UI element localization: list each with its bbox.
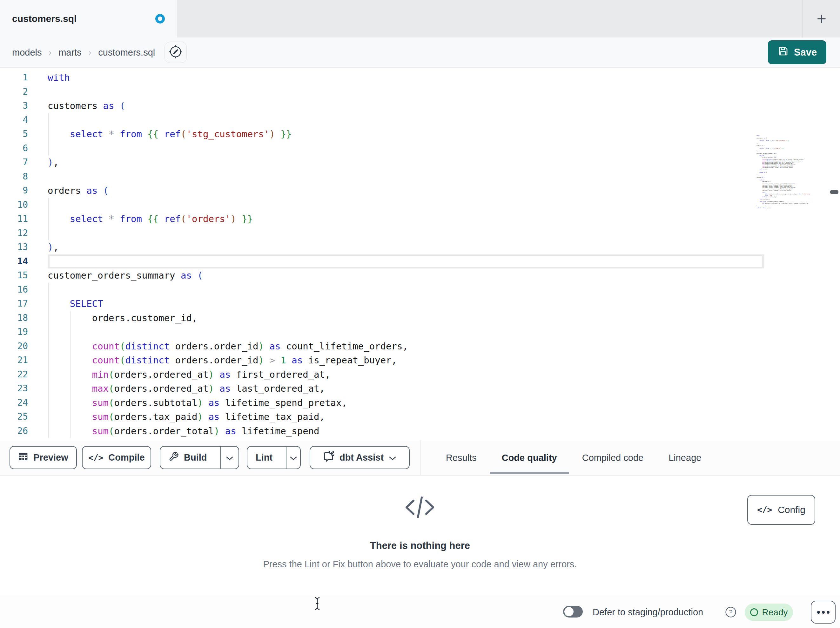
wrench-icon — [169, 451, 179, 464]
line-number: 22 — [0, 367, 47, 382]
ready-circle-icon — [750, 608, 758, 616]
editor-minimap[interactable]: with customers as ( select * from {{ ref… — [756, 135, 823, 211]
save-icon — [777, 46, 789, 59]
breadcrumb-separator: › — [49, 47, 52, 57]
line-content: count(distinct orders.order_id) as count… — [47, 339, 408, 354]
preview-label: Preview — [33, 452, 68, 463]
save-button[interactable]: Save — [768, 40, 826, 64]
lint-label: Lint — [256, 452, 273, 463]
breadcrumb-item[interactable]: customers.sql — [98, 47, 155, 58]
chevron-down-icon — [389, 452, 396, 463]
code-line[interactable]: 23 max(orders.ordered_at) as last_ordere… — [0, 381, 840, 396]
dbt-assist-button[interactable]: dbt Assist — [309, 446, 410, 469]
line-content: ), — [47, 155, 59, 169]
code-line[interactable]: 25 sum(orders.tax_paid) as lifetime_tax_… — [0, 410, 840, 424]
line-number: 24 — [0, 396, 47, 410]
code-line[interactable]: 1with — [0, 71, 840, 85]
build-label: Build — [184, 452, 207, 463]
tab-results[interactable]: Results — [446, 440, 477, 475]
empty-state-subtitle: Press the Lint or Fix button above to ev… — [0, 559, 840, 569]
help-icon[interactable]: ? — [725, 606, 736, 619]
table-icon — [18, 451, 28, 464]
line-number: 8 — [0, 169, 47, 184]
line-number: 25 — [0, 410, 47, 424]
code-line[interactable]: 18 orders.customer_id, — [0, 311, 840, 325]
code-line[interactable]: 19 — [0, 325, 840, 339]
code-line[interactable]: 11 select * from {{ ref('orders') }} — [0, 212, 840, 226]
line-content: count(distinct orders.order_id) > 1 as i… — [47, 353, 397, 367]
code-slash-icon — [404, 495, 436, 520]
code-line[interactable]: 12 — [0, 226, 840, 240]
line-content: max(orders.ordered_at) as last_ordered_a… — [47, 381, 325, 396]
line-content: select * from {{ ref('orders') }} — [47, 212, 253, 226]
breadcrumb-item[interactable]: marts — [58, 47, 82, 58]
code-line[interactable]: 6 — [0, 141, 840, 156]
code-line[interactable]: 22 min(orders.ordered_at) as first_order… — [0, 367, 840, 382]
code-line[interactable]: 7), — [0, 155, 840, 169]
code-line[interactable]: 8 — [0, 169, 840, 184]
line-number: 12 — [0, 226, 47, 240]
line-number: 19 — [0, 325, 47, 339]
breadcrumb-item[interactable]: models — [12, 47, 42, 58]
toolbar-divider — [420, 440, 421, 475]
code-line[interactable]: 16 — [0, 283, 840, 297]
code-slash-icon: </> — [757, 505, 772, 515]
line-number: 1 — [0, 71, 47, 85]
status-badge[interactable]: Ready — [745, 604, 793, 621]
code-line[interactable]: 15customer_orders_summary as ( — [0, 269, 840, 283]
tab-lineage[interactable]: Lineage — [668, 440, 701, 475]
compile-button[interactable]: </> Compile — [82, 446, 151, 469]
line-number: 9 — [0, 183, 47, 198]
code-line[interactable]: 17 SELECT — [0, 297, 840, 311]
code-editor[interactable]: 1with23customers as (45 select * from {{… — [0, 68, 840, 440]
editor-tab-bar: customers.sql + — [0, 0, 840, 38]
line-number: 21 — [0, 353, 47, 367]
line-number: 16 — [0, 283, 47, 297]
line-number: 17 — [0, 297, 47, 311]
code-line[interactable]: 9orders as ( — [0, 183, 840, 198]
code-line[interactable]: 5 select * from {{ ref('stg_customers') … — [0, 127, 840, 141]
code-line-active[interactable]: 14 — [0, 255, 840, 269]
preview-button[interactable]: Preview — [9, 446, 77, 469]
ellipsis-icon — [817, 611, 820, 614]
assist-chat-sparkle-icon — [323, 451, 335, 464]
code-line[interactable]: 2 — [0, 85, 840, 99]
tab-divider — [802, 0, 802, 38]
code-line[interactable]: 26 sum(orders.order_total) as lifetime_s… — [0, 424, 840, 438]
line-content: sum(orders.subtotal) as lifetime_spend_p… — [47, 396, 347, 410]
lint-button[interactable]: Lint — [247, 447, 281, 468]
breadcrumb-separator: › — [88, 47, 92, 57]
more-options-button[interactable] — [811, 601, 835, 623]
build-button[interactable]: Build — [160, 447, 215, 468]
file-tab[interactable]: customers.sql — [0, 0, 177, 38]
config-button[interactable]: </> Config — [747, 495, 815, 525]
breadcrumb-row: models›marts›customers.sql — [0, 38, 840, 68]
code-line[interactable]: 3customers as ( — [0, 99, 840, 113]
open-in-explorer-button[interactable] — [164, 42, 187, 63]
scrollbar-thumb[interactable] — [830, 190, 838, 194]
code-line[interactable]: 20 count(distinct orders.order_id) as co… — [0, 339, 840, 354]
code-line[interactable]: 10 — [0, 198, 840, 212]
file-tab-title: customers.sql — [12, 13, 77, 24]
line-number: 7 — [0, 155, 47, 169]
code-line[interactable]: 21 count(distinct orders.order_id) > 1 a… — [0, 353, 840, 367]
assist-label: dbt Assist — [339, 452, 384, 463]
tab-compiled-code[interactable]: Compiled code — [582, 440, 643, 475]
build-dropdown-button[interactable] — [220, 447, 239, 468]
tab-code-quality[interactable]: Code quality — [502, 440, 557, 475]
lint-split-button: Lint — [247, 446, 301, 469]
plus-icon: + — [817, 9, 826, 28]
result-tabs: ResultsCode qualityCompiled codeLineage — [446, 440, 701, 475]
new-tab-button[interactable]: + — [812, 9, 831, 28]
code-line[interactable]: 13), — [0, 240, 840, 255]
code-line[interactable]: 4 — [0, 113, 840, 127]
defer-toggle[interactable] — [563, 606, 583, 617]
status-label: Ready — [762, 607, 788, 617]
lint-dropdown-button[interactable] — [286, 447, 300, 468]
line-number: 10 — [0, 198, 47, 212]
chevron-down-icon — [226, 452, 234, 463]
code-line[interactable]: 24 sum(orders.subtotal) as lifetime_spen… — [0, 396, 840, 410]
line-content: with — [47, 71, 70, 85]
svg-text:?: ? — [729, 609, 732, 615]
line-content: ), — [47, 240, 59, 255]
